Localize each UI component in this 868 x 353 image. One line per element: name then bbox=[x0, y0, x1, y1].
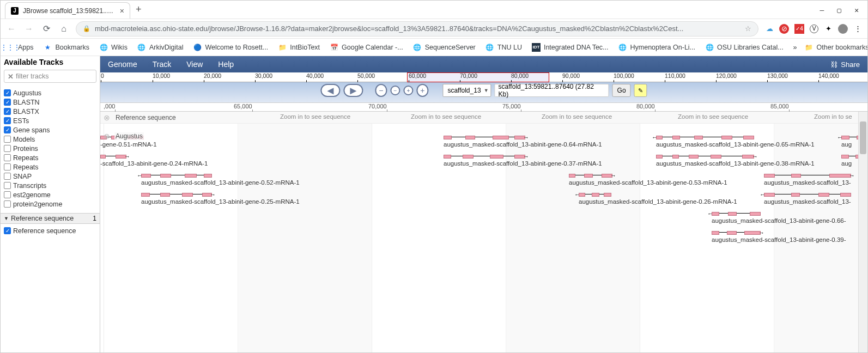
other-bookmarks[interactable]: 📁Other bookmarks bbox=[805, 43, 867, 52]
zoom-in-big-button[interactable]: + bbox=[416, 84, 428, 97]
track-checkbox-item[interactable]: protein2genome bbox=[4, 199, 96, 209]
track-checkbox-item[interactable]: est2genome bbox=[4, 190, 96, 199]
feature-label: augustus_masked-scaffold_13-abinit-gene-… bbox=[444, 141, 602, 148]
direction-arrow-icon: → bbox=[752, 153, 758, 160]
scrollbar-thumb[interactable] bbox=[860, 121, 866, 154]
gene-feature[interactable]: ←augustus_masked-scaffold_13-abinit-gene… bbox=[141, 174, 212, 190]
section-reference-sequence[interactable]: ▼ Reference sequence 1 bbox=[1, 213, 100, 224]
filter-tracks-input[interactable]: ✕ filter tracks bbox=[4, 70, 96, 83]
overview-tick: 0 bbox=[101, 72, 104, 79]
bookmark-item[interactable]: IDTIntegrated DNA Tec... bbox=[532, 43, 609, 52]
location-input[interactable]: scaffold_13:59821..87640 (27.82 Kb) bbox=[495, 84, 609, 97]
overview-ruler[interactable]: 010,00020,00030,00040,00050,00060,00070,… bbox=[100, 72, 867, 82]
bookmark-item[interactable]: 🌐ArkivDigital bbox=[137, 43, 184, 52]
bookmark-item[interactable]: 🌐TNU LU bbox=[485, 43, 522, 52]
gene-feature[interactable]: ←augustus_masked-scaffold_13-abinit-gene… bbox=[712, 212, 761, 228]
sidebar: Available Tracks ✕ filter tracks ✓August… bbox=[1, 56, 100, 353]
share-label: Share bbox=[841, 60, 860, 69]
pan-right-button[interactable]: ► bbox=[343, 84, 363, 97]
gene-feature[interactable]: →augustus_masked-scaffold_13-abinit-gene… bbox=[444, 155, 525, 171]
close-tab-icon[interactable]: × bbox=[120, 7, 124, 15]
ext-icon-2[interactable]: ⊘ bbox=[779, 24, 789, 34]
back-button[interactable]: ← bbox=[6, 23, 17, 34]
ref-select[interactable]: scaffold_13 bbox=[442, 84, 491, 97]
bookmark-item[interactable]: 📅Google Calendar -... bbox=[330, 43, 403, 52]
star-icon[interactable]: ☆ bbox=[745, 25, 751, 33]
bookmark-item[interactable]: 🔵Welcome to Rosett... bbox=[193, 43, 268, 52]
track-checkbox-item[interactable]: Repeats bbox=[4, 153, 96, 162]
zoom-msg: Zoom in to see sequence bbox=[542, 113, 612, 120]
ext-icon-3[interactable]: ✓4 bbox=[794, 24, 804, 34]
track-checkbox-item[interactable]: Transcripts bbox=[4, 181, 96, 190]
bookmark-item[interactable]: 🌐SequenceServer bbox=[413, 43, 476, 52]
ext-icon-4[interactable]: V bbox=[810, 25, 818, 33]
gene-feature[interactable]: ←augustus_masked-scaffold_13- bbox=[764, 193, 851, 209]
bookmark-item[interactable]: 🌐Hymenoptera On-Li... bbox=[618, 43, 696, 52]
gene-feature[interactable]: →augustus_masked-scaffold_13-abinit-gene… bbox=[712, 231, 761, 247]
menu-item[interactable]: Genome bbox=[108, 60, 137, 69]
filter-clear-icon[interactable]: ✕ bbox=[8, 72, 14, 81]
gene-feature[interactable]: →augustus_masked-scaffold_13-abinit-gene… bbox=[569, 174, 612, 190]
bookmark-item[interactable]: 🌐Wikis bbox=[99, 43, 128, 52]
gene-feature[interactable]: →augustus_masked-scaffold_13- bbox=[764, 174, 851, 190]
track-checkbox-item[interactable]: ✓Gene spans bbox=[4, 125, 96, 135]
bookmark-item[interactable]: 📁IntBioText bbox=[278, 43, 320, 52]
overview-tick: 110,000 bbox=[665, 72, 685, 79]
zoom-in-small-button[interactable]: + bbox=[403, 86, 413, 95]
close-window-icon[interactable]: ✕ bbox=[854, 6, 859, 14]
gene-feature[interactable]: →augustus_masked-scaffold_13-abinit-gene… bbox=[656, 155, 754, 171]
checkbox-icon bbox=[4, 173, 11, 180]
track-checkbox-item[interactable]: Repeats bbox=[4, 162, 96, 172]
menu-item[interactable]: Track bbox=[153, 60, 171, 69]
bookmark-icon: 📁 bbox=[278, 43, 287, 52]
share-button[interactable]: ⛓Share bbox=[830, 60, 860, 69]
highlighter-icon: ✎ bbox=[638, 87, 643, 94]
bookmark-item[interactable]: ★Bookmarks bbox=[44, 43, 90, 52]
gene-feature[interactable]: →augustus_masked-scaffold_13-abinit-gene… bbox=[141, 193, 212, 209]
direction-arrow-icon: → bbox=[210, 191, 216, 198]
track-checkbox-item[interactable]: ✓BLASTX bbox=[4, 107, 96, 116]
bookmark-label: IntBioText bbox=[290, 44, 320, 51]
feature-label: augustus_masked-scaffold_13-abinit-gene-… bbox=[444, 160, 602, 167]
home-button[interactable]: ⌂ bbox=[58, 23, 69, 34]
other-bookmarks-label: Other bookmarks bbox=[817, 44, 867, 51]
vertical-scrollbar[interactable] bbox=[858, 112, 867, 353]
profile-icon[interactable] bbox=[838, 24, 848, 34]
filter-placeholder: filter tracks bbox=[16, 72, 48, 80]
detail-ruler[interactable]: ,00065,00070,00075,00080,00085,000 bbox=[100, 103, 867, 112]
browser-tab[interactable]: J JBrowse scaffold_13:59821..8764... × bbox=[5, 2, 130, 19]
track-checkbox-item[interactable]: Models bbox=[4, 135, 96, 144]
gene-feature[interactable]: ←augustus_masked-scaffold_13-abinit-gene… bbox=[579, 193, 611, 209]
new-tab-button[interactable]: + bbox=[136, 4, 142, 19]
menu-icon[interactable]: ⋮ bbox=[853, 25, 862, 33]
reload-button[interactable]: ⟳ bbox=[41, 23, 52, 34]
track-checkbox-reference-sequence[interactable]: ✓ Reference sequence bbox=[4, 226, 96, 235]
track-checkbox-item[interactable]: SNAP bbox=[4, 172, 96, 181]
zoom-out-small-button[interactable]: − bbox=[390, 86, 400, 95]
forward-button[interactable]: → bbox=[23, 23, 34, 34]
gene-feature[interactable]: →-scaffold_13-abinit-gene-0.24-mRNA-1 bbox=[100, 155, 126, 171]
minimize-icon[interactable]: — bbox=[820, 6, 824, 14]
close-track-icon[interactable]: ⊗ bbox=[104, 132, 110, 141]
zoom-out-big-button[interactable]: − bbox=[375, 84, 387, 97]
track-checkbox-item[interactable]: Proteins bbox=[4, 144, 96, 153]
track-checkbox-item[interactable]: ✓BLASTN bbox=[4, 98, 96, 107]
gene-feature[interactable]: →augustus_masked-scaffold_13-abinit-gene… bbox=[444, 136, 525, 152]
go-button[interactable]: Go bbox=[612, 84, 631, 97]
pan-left-button[interactable]: ◄ bbox=[320, 84, 340, 97]
extensions-icon[interactable]: ✦ bbox=[824, 25, 833, 33]
track-checkbox-item[interactable]: ✓ESTs bbox=[4, 116, 96, 125]
bookmark-item[interactable]: ⋮⋮⋮Apps bbox=[6, 43, 34, 52]
highlight-button[interactable]: ✎ bbox=[634, 84, 647, 97]
track-header-refseq[interactable]: ⊗ Reference sequence Zoom in to see sequ… bbox=[100, 112, 867, 124]
ext-icon-1[interactable]: ☁ bbox=[765, 25, 774, 33]
bookmark-item[interactable]: 🌐OSU Libraries Catal... bbox=[705, 43, 784, 52]
menu-item[interactable]: View bbox=[186, 60, 203, 69]
menu-item[interactable]: Help bbox=[218, 60, 234, 69]
gene-feature[interactable]: ←augustus_masked-scaffold_13-abinit-gene… bbox=[656, 136, 754, 152]
maximize-icon[interactable]: ▢ bbox=[837, 6, 841, 14]
bookmarks-overflow[interactable]: » bbox=[793, 44, 797, 51]
track-checkbox-item[interactable]: ✓Augustus bbox=[4, 88, 96, 98]
close-track-icon[interactable]: ⊗ bbox=[104, 113, 110, 122]
url-field[interactable]: 🔒 mbd-macroteleia.asc.ohio-state.edu/jbr… bbox=[76, 21, 758, 36]
